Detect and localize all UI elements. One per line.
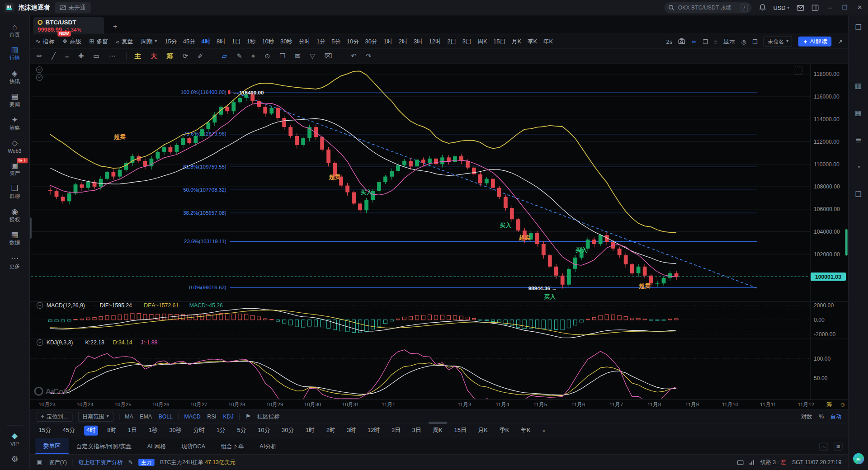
bottom-tab[interactable]: 组合下单 bbox=[213, 438, 252, 455]
timeframe-chip[interactable]: 1秒 bbox=[146, 426, 160, 436]
timeframe-button[interactable]: 30分 bbox=[365, 38, 377, 45]
sidebar-item-web3[interactable]: ◇Web3 bbox=[0, 135, 29, 157]
layout-icon[interactable]: ❐ bbox=[855, 23, 861, 31]
edit-tool-icon[interactable]: ✎ bbox=[236, 52, 242, 60]
line-status[interactable]: 线路 3 : 差 bbox=[760, 458, 786, 466]
timeframe-chip[interactable]: 分时 bbox=[191, 426, 207, 436]
monitor-icon[interactable] bbox=[737, 460, 743, 465]
layer-badge-主[interactable]: 主 bbox=[134, 51, 141, 61]
scale-toggle[interactable]: 自动 bbox=[830, 413, 841, 420]
timeframe-chip[interactable]: 1日 bbox=[126, 426, 139, 436]
cross-tool-icon[interactable]: ✚ bbox=[78, 52, 84, 60]
timeframe-chip[interactable]: 15日 bbox=[452, 426, 469, 436]
layout-panels-icon[interactable] bbox=[811, 4, 819, 11]
orders-icon[interactable]: ≣ bbox=[855, 136, 861, 144]
layer-badge-大[interactable]: 大 bbox=[151, 51, 157, 61]
layer-badge-筹[interactable]: 筹 bbox=[166, 51, 173, 61]
timeframe-button[interactable]: 1分 bbox=[316, 38, 326, 45]
minimize-button[interactable]: ─ bbox=[826, 4, 834, 11]
timeframe-button[interactable]: 30秒 bbox=[280, 38, 292, 45]
timeframe-button[interactable]: 1时 bbox=[383, 38, 392, 45]
timeframe-button[interactable]: 2时 bbox=[399, 38, 408, 45]
timeframe-button[interactable]: 3日 bbox=[462, 38, 472, 45]
timeframe-chip[interactable]: 10分 bbox=[255, 426, 272, 436]
timeframe-button[interactable]: 4时 bbox=[202, 38, 211, 45]
bottom-tab[interactable]: AI 网格 bbox=[139, 438, 174, 455]
locate-button[interactable]: ⌖ 定位到... bbox=[37, 411, 72, 421]
bottom-tab[interactable]: 现货DCA bbox=[174, 438, 213, 455]
timeframe-button[interactable]: 10分 bbox=[347, 38, 359, 45]
multi-window-button[interactable]: ⊞ 多窗 bbox=[89, 38, 108, 45]
ai-robot-icon[interactable]: AI bbox=[853, 453, 863, 464]
timeframe-chip[interactable]: 3日 bbox=[410, 426, 424, 436]
indicator-toggle[interactable]: MACD bbox=[184, 414, 201, 419]
timeframe-button[interactable]: 15日 bbox=[493, 38, 505, 45]
target-tool-icon[interactable]: ⌖ bbox=[251, 52, 255, 60]
panel-grid-icon[interactable]: ⊞ bbox=[834, 442, 843, 450]
community-indicators-button[interactable]: ⚑ 社区指标 bbox=[245, 413, 279, 420]
timeframe-button[interactable]: 12时 bbox=[429, 38, 441, 45]
sidebar-item-data[interactable]: ▦数据 bbox=[0, 227, 29, 250]
erase-tool-icon[interactable]: ⌧ bbox=[325, 52, 332, 60]
indicator-toggle[interactable]: KDJ bbox=[223, 414, 233, 419]
signal-bars-icon[interactable] bbox=[750, 460, 754, 465]
overlay-toggle[interactable]: EMA bbox=[140, 414, 152, 419]
timeframe-chip[interactable]: 8时 bbox=[105, 426, 118, 436]
rect-tool-icon[interactable]: ▭ bbox=[93, 52, 99, 60]
sidebar-item-news[interactable]: ▤要闻 bbox=[0, 89, 29, 112]
refresh-tool-icon[interactable]: ⟳ bbox=[183, 52, 188, 60]
display-button[interactable]: 显示 bbox=[723, 38, 735, 45]
timeframe-button[interactable]: 1日 bbox=[231, 38, 241, 45]
sidebar-item-strategy[interactable]: ✦策略 bbox=[0, 112, 29, 135]
replay-button[interactable]: « 复盘 bbox=[116, 38, 133, 45]
bell-icon[interactable]: ◔ bbox=[856, 163, 861, 171]
timeframe-button[interactable]: 分时 bbox=[299, 38, 311, 45]
edit-icon[interactable]: ✎ bbox=[128, 459, 133, 465]
menu-icon[interactable]: ≡ bbox=[714, 38, 717, 45]
timeframe-chip[interactable]: 2日 bbox=[389, 426, 403, 436]
timeframe-chip[interactable]: 30分 bbox=[279, 426, 296, 436]
timeframe-button[interactable]: 1秒 bbox=[247, 38, 256, 45]
scale-toggle[interactable]: % bbox=[819, 414, 824, 419]
overlay-toggle[interactable]: MA bbox=[125, 414, 133, 419]
advanced-button[interactable]: ❖ 高级 bbox=[62, 38, 81, 45]
trendline-tool-icon[interactable]: ╱ bbox=[52, 52, 56, 60]
timeframe-chip[interactable]: 2时 bbox=[324, 426, 338, 436]
overlay-toggle[interactable]: BOLL bbox=[158, 414, 172, 419]
calendar-icon[interactable]: ▦ bbox=[855, 108, 862, 117]
main-chart[interactable]: 118000.00116000.00114000.00112000.001100… bbox=[30, 64, 848, 409]
timeframe-button[interactable]: 年K bbox=[543, 38, 553, 45]
settings-gear-icon[interactable]: ⚙ bbox=[11, 450, 18, 470]
add-symbol-tab-button[interactable]: + bbox=[113, 22, 118, 31]
undo-tool-icon[interactable]: ↶ bbox=[351, 52, 356, 60]
timeframe-chip[interactable]: 3时 bbox=[344, 426, 358, 436]
ai-interpret-button[interactable]: ✦ AI解读 bbox=[798, 36, 831, 46]
assets-button[interactable]: ▣ 资产(¥) bbox=[37, 458, 67, 466]
compare-icon[interactable]: ❐ bbox=[703, 38, 708, 45]
timeframe-chip[interactable]: 周K bbox=[431, 426, 445, 436]
timeframe-chip[interactable]: 1时 bbox=[303, 426, 317, 436]
global-search-input[interactable]: OKX BTC/USDT 永续 / bbox=[664, 2, 751, 13]
close-timeframe-bar-icon[interactable]: × bbox=[540, 426, 547, 435]
sidebar-item-more[interactable]: ⋯更多 bbox=[0, 250, 29, 273]
funnel-tool-icon[interactable]: ▽ bbox=[310, 52, 315, 60]
chart-container[interactable]: 118000.00116000.00114000.00112000.001100… bbox=[30, 64, 848, 409]
bell-icon[interactable] bbox=[759, 4, 766, 11]
timeframe-button[interactable]: 10秒 bbox=[262, 38, 274, 45]
period-dropdown[interactable]: 周期 ▾ bbox=[141, 38, 157, 45]
sidebar-item-home[interactable]: ⌂首页 bbox=[0, 19, 29, 42]
bottom-tab[interactable]: 自定义指标/回测/实盘 bbox=[68, 438, 139, 455]
chart-icon[interactable]: ▥ bbox=[855, 81, 862, 89]
fullscreen-icon[interactable]: ❒ bbox=[752, 38, 758, 45]
close-button[interactable]: ✕ bbox=[856, 4, 863, 11]
indicator-toggle[interactable]: RSI bbox=[207, 414, 216, 419]
timeframe-chip[interactable]: 月K bbox=[476, 426, 490, 436]
timeframe-chip[interactable]: 45分 bbox=[61, 426, 77, 436]
eye-icon[interactable]: ◎ bbox=[741, 38, 746, 45]
timeframe-button[interactable]: 45分 bbox=[183, 38, 195, 45]
mail-icon[interactable] bbox=[797, 4, 804, 11]
timeframe-chip[interactable]: 季K bbox=[497, 426, 511, 436]
timeframe-chip[interactable]: 1分 bbox=[214, 426, 228, 436]
timeframe-button[interactable]: 季K bbox=[528, 38, 537, 45]
currency-dropdown[interactable]: USD ▾ bbox=[773, 4, 789, 11]
